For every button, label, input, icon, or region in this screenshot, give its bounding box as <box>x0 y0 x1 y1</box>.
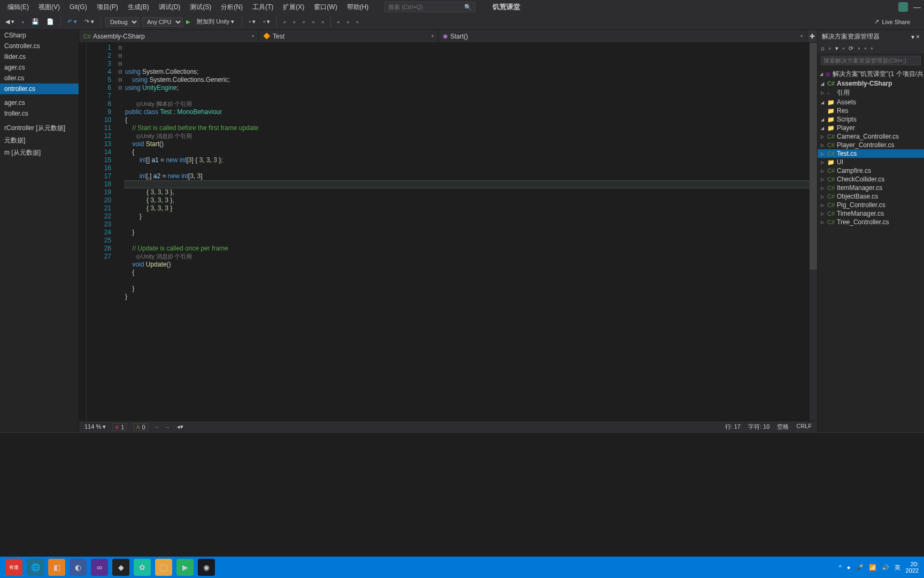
line-ending[interactable]: CRLF <box>796 423 812 431</box>
se-btn[interactable]: ▫ <box>864 45 866 52</box>
minimize-button[interactable]: — <box>913 3 921 11</box>
tray-volume-icon[interactable]: 🔊 <box>882 564 889 571</box>
breadcrumb-project[interactable]: C# Assembly-CSharp ▾ <box>79 30 259 42</box>
breadcrumb-type[interactable]: 🔶 Test ▾ <box>259 30 438 42</box>
menu-debug[interactable]: 调试(D) <box>155 1 185 13</box>
project-node[interactable]: ◢C#Assembly-CSharp <box>818 79 924 88</box>
se-btn[interactable]: ▾ <box>835 45 838 52</box>
toolbar-btn-5[interactable]: ▫ <box>301 18 307 26</box>
tree-node[interactable]: ◢📁Assets <box>818 98 924 107</box>
breadcrumb-member[interactable]: ◉ Start() ▾ <box>438 30 807 42</box>
taskbar-app[interactable]: ◯ <box>155 559 172 576</box>
toolbar-btn-7[interactable]: ▫ <box>320 18 326 26</box>
open-file-item[interactable]: rController [从元数据] <box>0 122 79 134</box>
toolbar-btn-1[interactable]: ▫ ▾ <box>247 17 258 26</box>
open-file-item[interactable]: llider.cs <box>0 51 79 62</box>
redo-button[interactable]: ↷ ▾ <box>82 17 96 26</box>
taskbar-edge[interactable]: 🌐 <box>27 559 44 576</box>
vertical-scrollbar[interactable] <box>810 43 817 421</box>
taskbar-app[interactable]: ◧ <box>48 559 65 576</box>
se-sync-button[interactable]: ⟳ <box>849 45 853 52</box>
menu-analyze[interactable]: 分析(N) <box>217 1 247 13</box>
se-home-button[interactable]: ⌂ <box>821 45 825 52</box>
solution-node[interactable]: ◢▣解决方案"饥荒课堂"(1 个项目/共 1 个) <box>818 69 924 79</box>
user-avatar[interactable] <box>898 2 908 12</box>
menu-tools[interactable]: 工具(T) <box>248 1 278 13</box>
open-file-item[interactable]: 元数据] <box>0 134 79 147</box>
fold-column[interactable]: ⊟⊟⊟⊟⊟⊟ <box>117 43 124 421</box>
tree-node[interactable]: ◢📁Scripts <box>818 115 924 124</box>
toolbar-btn-3[interactable]: ▫ <box>281 18 288 26</box>
tree-node[interactable]: ▷C#ItemManager.cs <box>818 184 924 192</box>
toolbar-btn-6[interactable]: ▫ <box>310 18 317 26</box>
taskbar-app[interactable]: 有道 <box>5 559 22 576</box>
toolbar-btn-4[interactable]: ▫ <box>291 18 297 26</box>
menu-view[interactable]: 视图(V) <box>34 1 64 13</box>
open-file-item[interactable]: m [从元数据] <box>0 147 79 159</box>
new-file-button[interactable]: ▪ <box>20 18 26 26</box>
tree-node[interactable]: ▷C#Tree_Controller.cs <box>818 218 924 226</box>
solution-config-dropdown[interactable]: Debug <box>105 17 139 27</box>
tree-node[interactable]: ▷C#Player_Controller.cs <box>818 141 924 149</box>
toolbar-btn-9[interactable]: ▫ <box>345 18 351 26</box>
open-file-item[interactable]: ager.cs <box>0 62 79 73</box>
tray-ime[interactable]: 英 <box>895 564 900 572</box>
menu-build[interactable]: 生成(B) <box>124 1 153 13</box>
code-content[interactable]: using System.Collections; using System.C… <box>124 43 817 421</box>
menu-window[interactable]: 窗口(W) <box>310 1 341 13</box>
menu-git[interactable]: Git(G) <box>65 2 91 12</box>
open-file-item[interactable]: troller.cs <box>0 108 79 119</box>
tray-mic-icon[interactable]: 🎤 <box>856 564 864 571</box>
quick-search[interactable]: 🔍 <box>384 2 475 12</box>
flag-icon[interactable]: ◂▾ <box>177 423 183 430</box>
se-btn[interactable]: ▫ <box>829 45 831 52</box>
solution-search-input[interactable] <box>821 56 921 65</box>
tree-node[interactable]: ▷C#Test.cs <box>818 149 924 158</box>
tree-node[interactable]: ▷C#CheckCollider.cs <box>818 175 924 184</box>
menu-extensions[interactable]: 扩展(X) <box>279 1 309 13</box>
tray-icon[interactable]: ● <box>847 564 851 571</box>
menu-project[interactable]: 项目(P) <box>93 1 122 13</box>
nav-arrows[interactable]: ←→ <box>155 424 171 430</box>
toolbar-btn-2[interactable]: ▫ ▾ <box>261 17 272 26</box>
split-editor-button[interactable]: ✚ <box>807 30 817 42</box>
taskbar-app[interactable]: ▶ <box>176 559 194 576</box>
tree-node[interactable]: ▷C#TimeManager.cs <box>818 209 924 218</box>
menu-test[interactable]: 测试(S) <box>186 1 215 13</box>
back-button[interactable]: ◀ ▾ <box>3 17 17 26</box>
tree-node[interactable]: ▷📁UI <box>818 158 924 166</box>
attach-unity-button[interactable]: 附加到 Unity ▾ <box>194 17 237 27</box>
tree-node[interactable]: ▷C#Pig_Controller.cs <box>818 201 924 209</box>
solution-platform-dropdown[interactable]: Any CPU <box>142 17 183 27</box>
warning-count[interactable]: ⚠0 <box>133 423 148 431</box>
taskbar-steam[interactable]: ◉ <box>198 559 215 576</box>
quick-search-input[interactable] <box>388 4 472 10</box>
taskbar-app[interactable]: ✿ <box>134 559 151 576</box>
menu-edit[interactable]: 编辑(E) <box>3 1 33 13</box>
tray-chevron-up-icon[interactable]: ^ <box>839 564 842 571</box>
undo-button[interactable]: ↶ ▾ <box>65 17 79 26</box>
tray-network-icon[interactable]: 📶 <box>869 564 876 571</box>
tree-node[interactable]: 📁Res <box>818 107 924 115</box>
open-file-item[interactable]: ontroller.cs <box>0 83 79 94</box>
zoom-level[interactable]: 114 % ▾ <box>84 423 106 430</box>
taskbar-vs[interactable]: ∞ <box>91 559 108 576</box>
save-all-button[interactable]: 📄 <box>44 17 56 26</box>
open-file-item[interactable]: ager.cs <box>0 97 79 108</box>
toolbar-btn-10[interactable]: ▫ <box>355 18 361 26</box>
error-count[interactable]: ⊘1 <box>112 423 127 431</box>
tree-node[interactable]: ▷C#Campfire.cs <box>818 166 924 175</box>
toolbar-btn-8[interactable]: ▫ <box>335 18 342 26</box>
tree-node[interactable]: ◢📁Player <box>818 124 924 132</box>
taskbar-unity[interactable]: ◆ <box>112 559 129 576</box>
live-share-button[interactable]: ↗ Live Share <box>874 18 910 25</box>
se-btn[interactable]: ▫ <box>843 45 845 52</box>
tree-node[interactable]: ▷C#ObjectBase.cs <box>818 192 924 201</box>
save-button[interactable]: 💾 <box>29 17 41 26</box>
taskbar-app[interactable]: ◐ <box>70 559 87 576</box>
indent-mode[interactable]: 空格 <box>777 423 789 431</box>
se-btn[interactable]: ▫ <box>858 45 860 52</box>
solution-tree[interactable]: ◢▣解决方案"饥荒课堂"(1 个项目/共 1 个) ◢C#Assembly-CS… <box>818 67 924 432</box>
open-file-item[interactable]: oller.cs <box>0 73 79 83</box>
open-file-item[interactable]: Controller.cs <box>0 41 79 51</box>
